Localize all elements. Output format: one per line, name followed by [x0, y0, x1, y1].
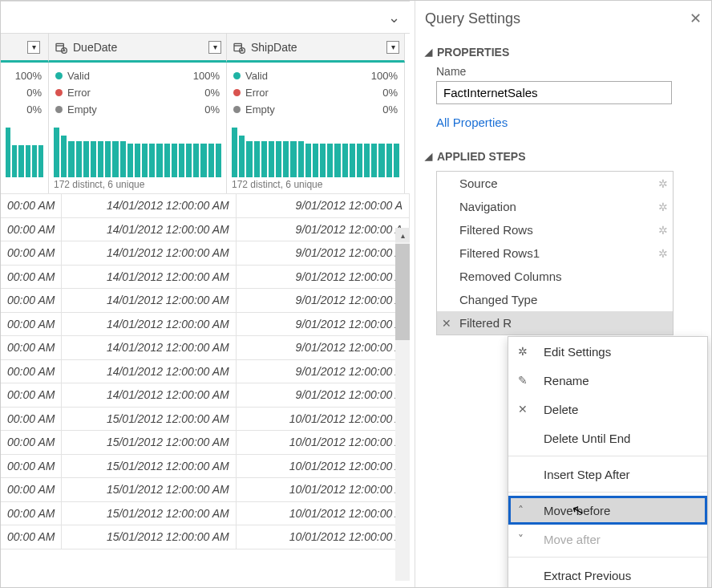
valid-pct: 100%	[371, 67, 398, 84]
cell: 10/01/2012 12:00:00 A	[236, 454, 409, 478]
table-row[interactable]: 00:00 AM14/01/2012 12:00:00 AM9/01/2012 …	[1, 265, 410, 289]
table-row[interactable]: 00:00 AM15/01/2012 12:00:00 AM10/01/2012…	[1, 407, 410, 431]
ctx-label: Rename	[544, 374, 589, 387]
cell: 14/01/2012 12:00:00 AM	[62, 312, 236, 336]
gear-icon[interactable]: ✲	[658, 201, 668, 213]
column-quality-row: 100% 0% 0% Valid100% Error0% Empty0% Val…	[1, 63, 410, 120]
svg-line-9	[242, 51, 243, 51]
filter-icon[interactable]: ▾	[208, 41, 221, 54]
ctx-edit-settings[interactable]: ✲ Edit Settings	[508, 337, 707, 366]
applied-steps-list: Source✲Navigation✲Filtered Rows✲Filtered…	[436, 171, 674, 335]
ctx-delete[interactable]: ✕ Delete	[508, 395, 707, 424]
table-row[interactable]: 00:00 AM15/01/2012 12:00:00 AM10/01/2012…	[1, 478, 410, 502]
applied-step[interactable]: Navigation✲	[437, 195, 673, 218]
svg-rect-5	[234, 43, 241, 51]
rename-icon: ✎	[518, 374, 528, 387]
table-row[interactable]: 00:00 AM14/01/2012 12:00:00 AM9/01/2012 …	[1, 289, 410, 313]
cell: 10/01/2012 12:00:00 A	[236, 431, 409, 455]
table-row[interactable]: 00:00 AM14/01/2012 12:00:00 AM9/01/2012 …	[1, 241, 410, 266]
close-icon: ✕	[518, 403, 528, 416]
cell: 00:00 AM	[1, 407, 62, 431]
cell: 00:00 AM	[1, 336, 62, 360]
gear-icon[interactable]: ✲	[658, 224, 668, 237]
cell: 14/01/2012 12:00:00 AM	[62, 194, 236, 218]
applied-step[interactable]: Filtered Rows1✲	[437, 241, 673, 265]
properties-section-header[interactable]: ◢ PROPERTIES	[425, 46, 702, 59]
scroll-up-icon[interactable]: ▴	[395, 228, 410, 242]
cell: 00:00 AM	[1, 478, 62, 502]
filter-icon[interactable]: ▾	[27, 41, 40, 54]
gear-icon[interactable]: ✲	[658, 247, 668, 260]
cell: 00:00 AM	[1, 383, 62, 408]
svg-rect-0	[56, 43, 63, 51]
table-row[interactable]: 00:00 AM14/01/2012 12:00:00 AM9/01/2012 …	[1, 312, 410, 336]
error-pct: 0%	[204, 84, 220, 101]
valid-label: Valid	[67, 67, 90, 84]
ctx-delete-until-end[interactable]: Delete Until End	[508, 424, 707, 452]
step-label: Filtered R	[459, 316, 512, 330]
applied-step[interactable]: Source✲	[437, 172, 673, 195]
table-row[interactable]: 00:00 AM14/01/2012 12:00:00 AM9/01/2012 …	[1, 359, 410, 383]
column-headers: ▾ DueDate ▾ ShipDate ▾	[1, 34, 410, 63]
applied-step[interactable]: Filtered Rows✲	[437, 218, 673, 241]
close-icon[interactable]: ✕	[690, 10, 702, 27]
quality-cell: Valid100% Error0% Empty0%	[227, 63, 405, 120]
cell: 9/01/2012 12:00:00 A	[236, 241, 409, 266]
ctx-insert-step-after[interactable]: Insert Step After	[508, 460, 707, 489]
column-header-duedate[interactable]: DueDate ▾	[49, 34, 227, 63]
cell: 00:00 AM	[1, 501, 62, 525]
chevron-down-icon: ⌄	[388, 9, 400, 26]
table-row[interactable]: 00:00 AM15/01/2012 12:00:00 AM10/01/2012…	[1, 431, 410, 455]
ctx-label: Move after	[544, 533, 601, 546]
close-icon[interactable]: ✕	[442, 317, 451, 330]
cell: 00:00 AM	[1, 431, 62, 455]
separator	[508, 557, 707, 558]
applied-step[interactable]: Removed Columns	[437, 265, 673, 288]
table-row[interactable]: 00:00 AM15/01/2012 12:00:00 AM10/01/2012…	[1, 525, 410, 549]
cell: 14/01/2012 12:00:00 AM	[62, 241, 236, 266]
ctx-label: Delete Until End	[544, 432, 630, 445]
ctx-move-after: ˅ Move after	[508, 525, 707, 554]
ctx-extract-previous[interactable]: Extract Previous	[508, 561, 707, 588]
table-row[interactable]: 00:00 AM14/01/2012 12:00:00 AM9/01/2012 …	[1, 336, 410, 360]
cell: 9/01/2012 12:00:00 A	[236, 312, 409, 336]
cell: 15/01/2012 12:00:00 AM	[62, 454, 236, 478]
ctx-rename[interactable]: ✎ Rename	[508, 366, 707, 395]
cell: 9/01/2012 12:00:00 A	[236, 265, 409, 289]
ctx-label: Extract Previous	[544, 569, 631, 582]
error-pct: 0%	[26, 84, 42, 101]
cell: 14/01/2012 12:00:00 AM	[62, 217, 236, 241]
cell: 14/01/2012 12:00:00 AM	[62, 336, 236, 360]
cell: 9/01/2012 12:00:00 A	[236, 289, 409, 313]
cell: 9/01/2012 12:00:00 A	[236, 359, 409, 383]
table-row[interactable]: 00:00 AM15/01/2012 12:00:00 AM10/01/2012…	[1, 501, 410, 525]
chevron-down-icon: ˅	[518, 533, 524, 545]
separator	[508, 456, 707, 456]
gear-icon[interactable]: ✲	[658, 177, 668, 190]
vertical-scrollbar[interactable]: ▴	[395, 228, 410, 581]
empty-pct: 0%	[26, 101, 42, 118]
scroll-thumb[interactable]	[395, 244, 410, 340]
table-row[interactable]: 00:00 AM14/01/2012 12:00:00 AM9/01/2012 …	[1, 383, 410, 408]
column-header-partial[interactable]: ▾	[1, 34, 49, 63]
query-name-input[interactable]	[436, 81, 672, 104]
column-header-shipdate[interactable]: ShipDate ▾	[227, 34, 405, 63]
collapse-bar[interactable]: ⌄	[1, 2, 410, 34]
applied-step-selected[interactable]: ✕Filtered R	[437, 311, 673, 335]
all-properties-link[interactable]: All Properties	[436, 116, 508, 129]
cell: 14/01/2012 12:00:00 AM	[62, 289, 236, 313]
cell: 10/01/2012 12:00:00 A	[236, 407, 409, 431]
applied-steps-header[interactable]: ◢ APPLIED STEPS	[425, 150, 702, 163]
applied-steps-label: APPLIED STEPS	[437, 150, 525, 163]
empty-label: Empty	[67, 101, 97, 118]
ctx-move-before[interactable]: ˄ Move before	[508, 496, 707, 525]
calendar-clock-icon	[232, 40, 246, 55]
filter-icon[interactable]: ▾	[386, 41, 399, 54]
cell: 00:00 AM	[1, 454, 62, 478]
cell: 15/01/2012 12:00:00 AM	[62, 525, 236, 549]
applied-step[interactable]: Changed Type	[437, 288, 673, 311]
cell: 00:00 AM	[1, 217, 62, 241]
table-row[interactable]: 00:00 AM14/01/2012 12:00:00 AM9/01/2012 …	[1, 194, 410, 218]
table-row[interactable]: 00:00 AM14/01/2012 12:00:00 AM9/01/2012 …	[1, 217, 410, 241]
table-row[interactable]: 00:00 AM15/01/2012 12:00:00 AM10/01/2012…	[1, 454, 410, 478]
